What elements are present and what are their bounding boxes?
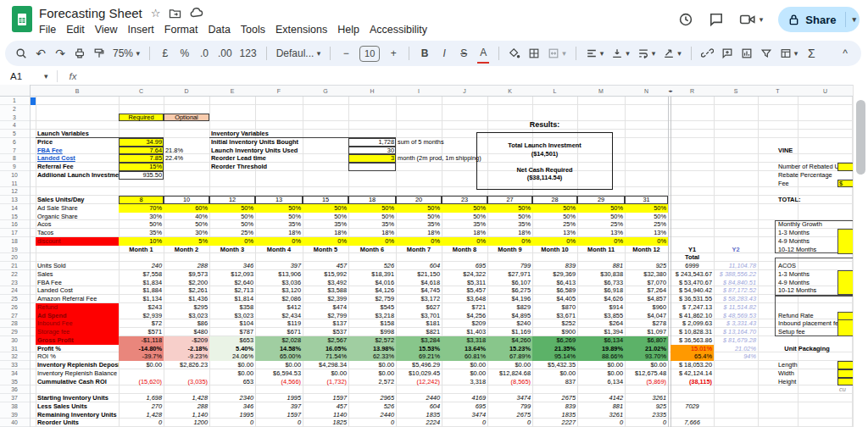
- row-header-1[interactable]: 1: [0, 97, 29, 105]
- column-header-e[interactable]: E: [209, 86, 255, 97]
- italic-button[interactable]: I: [438, 44, 450, 63]
- cell-n38[interactable]: 925: [625, 402, 668, 411]
- cell-k29[interactable]: $1,169: [487, 328, 532, 336]
- cell-m21[interactable]: 881: [577, 262, 625, 270]
- cell-i23[interactable]: $4,618: [396, 279, 442, 287]
- cell-g25[interactable]: $2,399: [303, 295, 348, 303]
- cell-f5[interactable]: [255, 130, 303, 138]
- cell-f24[interactable]: $3,120: [255, 286, 303, 295]
- cell-b16[interactable]: Acos: [36, 220, 119, 229]
- cell-h26[interactable]: $545: [348, 303, 396, 312]
- cell-h7[interactable]: 30: [348, 147, 396, 155]
- cell-l35[interactable]: 837: [532, 378, 577, 386]
- move-folder-icon[interactable]: [169, 8, 181, 19]
- cell-b10[interactable]: Addiional Launch Investment: [36, 171, 119, 180]
- row-header-2[interactable]: 2: [0, 105, 29, 114]
- cell-n13[interactable]: 31: [625, 196, 668, 204]
- cell-l27[interactable]: $3,671: [532, 312, 577, 320]
- cell-m35[interactable]: 6,134: [577, 378, 625, 386]
- cell-d35[interactable]: (3,035): [164, 378, 209, 386]
- cell-sb29[interactable]: Setup fee: [776, 328, 837, 336]
- star-icon[interactable]: ☆: [151, 8, 161, 19]
- cell-e24[interactable]: $2,713: [209, 286, 255, 295]
- cell-b33[interactable]: Inventory Replenish Deposit: [36, 361, 119, 369]
- cell-i30[interactable]: $3,284: [396, 336, 442, 345]
- cell-k25[interactable]: $4,196: [487, 295, 532, 303]
- column-header-k[interactable]: K: [487, 86, 532, 97]
- cell-g39[interactable]: 1140: [303, 411, 348, 419]
- cell-b31[interactable]: Profit %: [36, 345, 119, 353]
- cell-k22[interactable]: $27,971: [487, 270, 532, 279]
- cell-h22[interactable]: $18,391: [348, 270, 396, 279]
- insert-chart-button[interactable]: [741, 44, 753, 63]
- cell-g31[interactable]: 16.05%: [303, 345, 348, 353]
- menu-tools[interactable]: Tools: [241, 24, 265, 36]
- cell-r26[interactable]: $ 7,247.13: [670, 303, 714, 312]
- cell-k40[interactable]: 0: [487, 419, 532, 427]
- cell-e30[interactable]: $653: [209, 336, 255, 345]
- insert-link-button[interactable]: [701, 44, 714, 63]
- percent-format-button[interactable]: %: [179, 44, 191, 63]
- cell-e13[interactable]: 12: [209, 196, 255, 204]
- cell-l26[interactable]: $870: [532, 303, 577, 312]
- cell-d16[interactable]: 50%: [164, 220, 209, 229]
- row-header-14[interactable]: 14: [0, 204, 29, 213]
- cell-n22[interactable]: $32,380: [625, 270, 668, 279]
- cell-k23[interactable]: $6,107: [487, 279, 532, 287]
- column-header-j[interactable]: J: [442, 86, 487, 97]
- cell-k21[interactable]: 799: [487, 262, 532, 270]
- cell-b38[interactable]: Less Sales Units: [36, 402, 119, 411]
- row-header-17[interactable]: 17: [0, 229, 29, 237]
- meet-caret-icon[interactable]: ▾: [760, 16, 764, 24]
- cell-r22[interactable]: $ 243,543.67: [670, 270, 714, 279]
- row-header-18[interactable]: 18: [0, 237, 29, 246]
- cell-h33[interactable]: $0.00: [348, 361, 396, 369]
- cell-b13[interactable]: Sales Units/Day: [36, 196, 119, 204]
- cell-n37[interactable]: 3261: [625, 394, 668, 402]
- search-icon[interactable]: [15, 44, 27, 63]
- cell-b23[interactable]: FBA Fee: [36, 279, 119, 287]
- cell-d13[interactable]: 10: [164, 196, 209, 204]
- doc-title[interactable]: Forecasting Sheet: [39, 6, 142, 20]
- cell-b22[interactable]: Sales: [36, 270, 119, 279]
- cell-c35[interactable]: (15,620): [119, 378, 164, 386]
- cell-r34[interactable]: $ 42,124.14: [670, 369, 714, 378]
- cell-r35[interactable]: (38,115): [670, 378, 714, 386]
- cell-i26[interactable]: $627: [396, 303, 442, 312]
- cell-sb27[interactable]: Refund Rate: [776, 312, 837, 320]
- cell-s28[interactable]: $ 3,331.43: [714, 319, 758, 328]
- cell-m30[interactable]: $6,134: [577, 336, 625, 345]
- cell-h39[interactable]: 2440: [348, 411, 396, 419]
- cell-n28[interactable]: $278: [625, 319, 668, 328]
- cell-c22[interactable]: $7,558: [119, 270, 164, 279]
- column-header-h[interactable]: H: [348, 86, 396, 97]
- cell-b9[interactable]: Referral Fee: [36, 163, 119, 171]
- row-header-34[interactable]: 34: [0, 369, 29, 378]
- cell-m28[interactable]: $264: [577, 319, 625, 328]
- cell-s24[interactable]: $ 87,172.52: [714, 286, 758, 295]
- row-header-9[interactable]: 9: [0, 163, 29, 171]
- cell-c40[interactable]: 0: [119, 419, 164, 427]
- insert-comment-button[interactable]: [721, 44, 733, 63]
- horizontal-align-button[interactable]: ▾: [586, 44, 604, 63]
- cell-r32[interactable]: 65.4%: [670, 352, 714, 361]
- cell-r30[interactable]: $ 36,563.86: [670, 336, 714, 345]
- cell-k18[interactable]: 0%: [487, 237, 532, 246]
- cell-g34[interactable]: $0.00: [303, 369, 348, 378]
- cell-sb35[interactable]: Height: [776, 378, 837, 386]
- row-header-12[interactable]: 12: [0, 187, 29, 196]
- cell-h30[interactable]: $2,572: [348, 336, 396, 345]
- cell-i25[interactable]: $3,172: [396, 295, 442, 303]
- cell-f26[interactable]: $412: [255, 303, 303, 312]
- cell-m25[interactable]: $4,626: [577, 295, 625, 303]
- paint-format-button[interactable]: [93, 44, 105, 63]
- cell-d25[interactable]: $1,436: [164, 295, 209, 303]
- borders-button[interactable]: [528, 44, 540, 63]
- cell-g15[interactable]: 50%: [303, 213, 348, 221]
- cell-j17[interactable]: 18%: [442, 229, 487, 237]
- cell-g37[interactable]: 1597: [303, 394, 348, 402]
- cell-f33[interactable]: $0.00: [255, 361, 303, 369]
- cell-g18[interactable]: 0%: [303, 237, 348, 246]
- cell-e34[interactable]: $0.00: [209, 369, 255, 378]
- cell-e31[interactable]: 5.40%: [209, 345, 255, 353]
